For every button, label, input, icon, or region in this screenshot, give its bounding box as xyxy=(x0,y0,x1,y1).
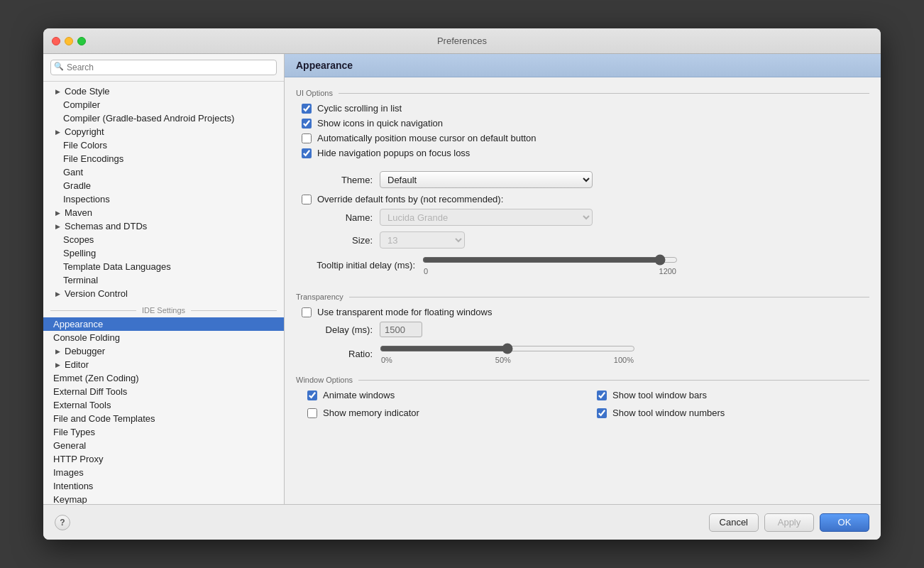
chevron-right-icon: ▶ xyxy=(53,222,62,231)
name-select: Lucida Grande xyxy=(380,209,593,226)
chevron-right-icon: ▶ xyxy=(53,128,62,136)
ok-button[interactable]: OK xyxy=(820,513,869,532)
search-input[interactable] xyxy=(50,60,277,75)
bottom-bar: ? Cancel Apply OK xyxy=(43,504,881,540)
sidebar-item-general[interactable]: General xyxy=(43,439,284,452)
show-icons-checkbox[interactable] xyxy=(302,119,312,129)
sidebar-item-spelling[interactable]: Spelling xyxy=(43,246,284,260)
show-icons-label: Show icons in quick navigation xyxy=(317,118,443,129)
minimize-button[interactable] xyxy=(65,37,73,45)
chevron-right-icon: ▶ xyxy=(53,361,62,369)
show-memory-indicator-label: Show memory indicator xyxy=(323,408,419,418)
sidebar-item-gradle[interactable]: Gradle xyxy=(43,179,284,192)
sidebar-item-file-code-templates[interactable]: File and Code Templates xyxy=(43,412,284,425)
sidebar-item-console-folding[interactable]: Console Folding xyxy=(43,331,284,344)
size-select: 13 xyxy=(380,231,465,248)
sidebar-item-maven[interactable]: ▶Maven xyxy=(43,206,284,219)
theme-row: Theme: Default Darcula xyxy=(296,171,869,188)
cyclic-scroll-checkbox[interactable] xyxy=(302,104,312,114)
apply-button[interactable]: Apply xyxy=(764,513,814,532)
traffic-lights xyxy=(52,37,86,45)
help-button[interactable]: ? xyxy=(55,515,70,530)
sidebar-item-file-colors[interactable]: File Colors xyxy=(43,138,284,152)
sidebar-item-gant[interactable]: Gant xyxy=(43,165,284,179)
close-button[interactable] xyxy=(52,37,60,45)
sidebar-item-compiler[interactable]: Compiler xyxy=(43,98,284,111)
right-panel: Appearance UI Options Cyclic scrolling i… xyxy=(285,54,881,504)
auto-position-row: Automatically position mouse cursor on d… xyxy=(296,133,869,143)
show-tool-window-bars-row: Show tool window bars xyxy=(591,390,869,400)
theme-select[interactable]: Default Darcula xyxy=(380,171,593,188)
ratio-label: Ratio: xyxy=(302,349,373,359)
animate-windows-row: Animate windows xyxy=(302,390,580,400)
sidebar-item-file-types[interactable]: File Types xyxy=(43,425,284,439)
show-tool-window-numbers-row: Show tool window numbers xyxy=(591,408,869,418)
sidebar-item-version-control[interactable]: ▶Version Control xyxy=(43,287,284,300)
show-tool-window-numbers-checkbox[interactable] xyxy=(597,408,607,418)
show-tool-window-bars-label: Show tool window bars xyxy=(612,390,707,400)
search-box xyxy=(43,54,284,82)
ratio-ticks: 0% 50% 100% xyxy=(380,356,635,364)
sidebar-item-code-style[interactable]: ▶Code Style xyxy=(43,84,284,98)
panel-title: Appearance xyxy=(296,60,353,71)
window-options-label: Window Options xyxy=(296,376,869,384)
name-label: Name: xyxy=(302,212,373,223)
ratio-slider-container: 0% 50% 100% xyxy=(380,343,635,364)
delay-row: Delay (ms): xyxy=(296,322,869,337)
show-tool-window-bars-checkbox[interactable] xyxy=(597,390,607,400)
size-row: Size: 13 xyxy=(296,231,869,248)
main-content: ▶Code Style Compiler Compiler (Gradle-ba… xyxy=(43,54,881,504)
auto-position-checkbox[interactable] xyxy=(302,133,312,143)
theme-label: Theme: xyxy=(302,175,373,185)
ratio-slider[interactable] xyxy=(380,343,635,354)
cyclic-scroll-label: Cyclic scrolling in list xyxy=(317,103,402,114)
sidebar-item-editor[interactable]: ▶Editor xyxy=(43,358,284,371)
sidebar-item-copyright[interactable]: ▶Copyright xyxy=(43,125,284,138)
animate-windows-checkbox[interactable] xyxy=(307,390,317,400)
transparent-mode-checkbox[interactable] xyxy=(302,307,312,317)
transparent-mode-label: Use transparent mode for floating window… xyxy=(317,307,492,317)
hide-nav-checkbox[interactable] xyxy=(302,148,312,158)
cyclic-scroll-row: Cyclic scrolling in list xyxy=(296,103,869,114)
delay-label: Delay (ms): xyxy=(302,324,373,335)
sidebar-item-images[interactable]: Images xyxy=(43,466,284,479)
sidebar-item-emmet[interactable]: Emmet (Zen Coding) xyxy=(43,371,284,385)
show-icons-row: Show icons in quick navigation xyxy=(296,118,869,129)
window-options-grid: Animate windows Show tool window bars Sh… xyxy=(296,390,869,422)
sidebar-item-file-encodings[interactable]: File Encodings xyxy=(43,152,284,165)
sidebar-item-compiler-gradle[interactable]: Compiler (Gradle-based Android Projects) xyxy=(43,111,284,125)
transparent-mode-row: Use transparent mode for floating window… xyxy=(296,307,869,317)
sidebar-item-schemas-dtds[interactable]: ▶Schemas and DTDs xyxy=(43,219,284,233)
chevron-right-icon: ▶ xyxy=(53,290,62,298)
ui-options-label: UI Options xyxy=(296,89,869,97)
tooltip-max-label: 1200 xyxy=(659,267,676,275)
sidebar: ▶Code Style Compiler Compiler (Gradle-ba… xyxy=(43,54,285,504)
sidebar-item-appearance[interactable]: Appearance xyxy=(43,317,284,331)
titlebar: Preferences xyxy=(43,28,881,54)
ide-settings-label: IDE Settings xyxy=(142,306,185,315)
sidebar-item-http-proxy[interactable]: HTTP Proxy xyxy=(43,452,284,466)
sidebar-item-intentions[interactable]: Intentions xyxy=(43,479,284,493)
sidebar-item-template-data-languages[interactable]: Template Data Languages xyxy=(43,260,284,273)
sidebar-item-debugger[interactable]: ▶Debugger xyxy=(43,344,284,358)
maximize-button[interactable] xyxy=(77,37,86,45)
tooltip-min-label: 0 xyxy=(424,267,428,275)
delay-input[interactable] xyxy=(380,322,422,337)
tooltip-delay-slider[interactable] xyxy=(422,254,678,266)
animate-windows-label: Animate windows xyxy=(323,390,395,400)
sidebar-item-scopes[interactable]: Scopes xyxy=(43,233,284,246)
auto-position-label: Automatically position mouse cursor on d… xyxy=(317,133,537,143)
override-fonts-checkbox[interactable] xyxy=(302,195,312,204)
sidebar-item-external-diff-tools[interactable]: External Diff Tools xyxy=(43,385,284,398)
sidebar-item-inspections[interactable]: Inspections xyxy=(43,192,284,206)
show-memory-indicator-checkbox[interactable] xyxy=(307,408,317,418)
tooltip-delay-slider-container: 0 1200 xyxy=(422,254,678,275)
sidebar-item-external-tools[interactable]: External Tools xyxy=(43,398,284,412)
sidebar-item-keymap[interactable]: Keymap xyxy=(43,493,284,504)
tooltip-delay-row: Tooltip initial delay (ms): 0 1200 xyxy=(296,254,869,275)
ratio-min-label: 0% xyxy=(381,356,392,364)
hide-nav-label: Hide navigation popups on focus loss xyxy=(317,148,470,158)
sidebar-item-terminal[interactable]: Terminal xyxy=(43,273,284,287)
ratio-row: Ratio: 0% 50% 100% xyxy=(296,343,869,364)
cancel-button[interactable]: Cancel xyxy=(709,513,759,532)
